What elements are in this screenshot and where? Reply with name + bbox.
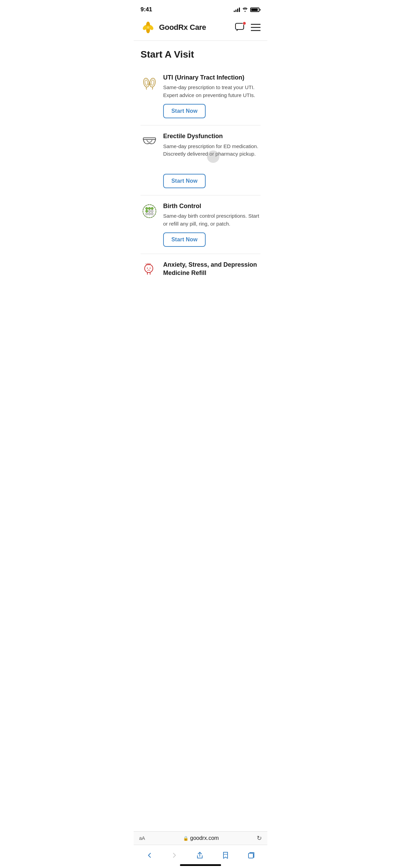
ed-content: Erectile Dysfunction Same-day prescripti…: [163, 132, 260, 188]
header-actions: [235, 23, 260, 32]
page-title: Start A Visit: [141, 49, 260, 60]
main-content: Start A Visit: [134, 41, 267, 282]
signal-icon: [234, 7, 240, 12]
birth-control-icon: [141, 202, 158, 220]
header: GoodRx Care: [134, 17, 267, 41]
visit-card-birth-control: Birth Control Same-day birth control pre…: [141, 195, 260, 254]
svg-point-18: [151, 207, 154, 209]
logo-area: GoodRx Care: [141, 20, 206, 35]
goodrx-logo-icon: [141, 20, 156, 35]
svg-point-22: [146, 213, 148, 215]
status-bar: 9:41: [134, 0, 267, 17]
battery-icon: [250, 8, 260, 12]
chat-button[interactable]: [235, 23, 245, 32]
svg-point-20: [148, 210, 151, 212]
chat-notification-badge: [243, 22, 246, 25]
birth-control-start-now-button[interactable]: Start Now: [163, 232, 206, 247]
anxiety-icon: [141, 261, 158, 279]
anxiety-content: Anxiety, Stress, and Depression Medicine…: [163, 261, 260, 279]
svg-point-16: [146, 207, 148, 209]
svg-point-13: [151, 80, 155, 85]
uti-icon: [141, 74, 158, 92]
svg-point-19: [146, 210, 148, 212]
uti-start-now-button[interactable]: Start Now: [163, 104, 206, 118]
logo-text: GoodRx Care: [159, 23, 206, 32]
svg-point-28: [150, 268, 151, 269]
svg-rect-6: [235, 23, 244, 29]
anxiety-title: Anxiety, Stress, and Depression Medicine…: [163, 261, 260, 277]
uti-title: UTI (Urinary Tract Infection): [163, 74, 260, 82]
ed-description: Same-day prescription for ED medication.…: [163, 143, 260, 169]
uti-content: UTI (Urinary Tract Infection) Same-day p…: [163, 74, 260, 118]
ed-icon: [141, 132, 158, 150]
svg-point-12: [145, 80, 148, 85]
status-icons: [234, 7, 260, 12]
svg-point-26: [145, 264, 153, 273]
menu-icon: [251, 24, 260, 31]
birth-control-title: Birth Control: [163, 202, 260, 210]
svg-point-24: [151, 213, 154, 215]
svg-point-27: [147, 268, 148, 269]
visit-card-anxiety: Anxiety, Stress, and Depression Medicine…: [141, 254, 260, 282]
uti-description: Same-day prescription to treat your UTI.…: [163, 84, 260, 99]
ed-start-now-button[interactable]: Start Now: [163, 174, 206, 188]
svg-point-17: [148, 207, 151, 209]
ed-title: Erectile Dysfunction: [163, 132, 260, 140]
menu-button[interactable]: [251, 24, 260, 31]
birth-control-content: Birth Control Same-day birth control pre…: [163, 202, 260, 247]
svg-point-10: [143, 78, 150, 87]
visit-card-uti: UTI (Urinary Tract Infection) Same-day p…: [141, 67, 260, 125]
svg-point-5: [147, 26, 149, 28]
visit-card-ed: Erectile Dysfunction Same-day prescripti…: [141, 125, 260, 195]
wifi-icon: [242, 7, 248, 12]
svg-point-11: [149, 78, 156, 87]
status-time: 9:41: [141, 6, 152, 13]
svg-point-21: [151, 210, 154, 212]
svg-point-23: [148, 213, 151, 215]
birth-control-description: Same-day birth control prescriptions. St…: [163, 212, 260, 228]
